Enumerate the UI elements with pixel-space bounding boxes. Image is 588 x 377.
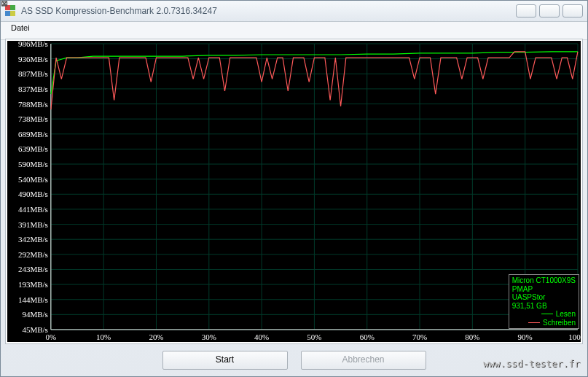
svg-text:441MB/s: 441MB/s bbox=[18, 205, 48, 214]
svg-text:887MB/s: 887MB/s bbox=[18, 69, 48, 78]
legend-write: Schreiben bbox=[512, 319, 576, 327]
svg-text:100%: 100% bbox=[568, 333, 581, 341]
svg-text:689MB/s: 689MB/s bbox=[18, 130, 48, 139]
svg-text:243MB/s: 243MB/s bbox=[18, 265, 48, 273]
svg-text:936MB/s: 936MB/s bbox=[18, 55, 48, 63]
svg-text:40%: 40% bbox=[254, 333, 269, 341]
svg-text:45MB/s: 45MB/s bbox=[22, 325, 47, 334]
svg-text:837MB/s: 837MB/s bbox=[18, 85, 48, 93]
legend-device: Micron CT1000X9S bbox=[512, 276, 576, 285]
svg-text:292MB/s: 292MB/s bbox=[18, 250, 48, 259]
chart-panel: 986MB/s936MB/s887MB/s837MB/s788MB/s738MB… bbox=[5, 39, 583, 344]
app-window: AS SSD Kompression-Benchmark 2.0.7316.34… bbox=[0, 0, 588, 377]
svg-text:540MB/s: 540MB/s bbox=[18, 175, 48, 184]
maximize-button[interactable] bbox=[539, 4, 560, 18]
svg-text:20%: 20% bbox=[149, 333, 163, 341]
titlebar: AS SSD Kompression-Benchmark 2.0.7316.34… bbox=[1, 1, 587, 22]
svg-text:0%: 0% bbox=[46, 333, 57, 341]
svg-text:788MB/s: 788MB/s bbox=[18, 100, 48, 109]
svg-text:30%: 30% bbox=[202, 333, 216, 341]
legend-controller: UASPStor bbox=[512, 293, 576, 302]
start-button[interactable]: Start bbox=[162, 351, 288, 370]
svg-text:590MB/s: 590MB/s bbox=[18, 160, 48, 168]
window-buttons bbox=[516, 4, 583, 18]
svg-text:94MB/s: 94MB/s bbox=[22, 310, 47, 319]
svg-text:490MB/s: 490MB/s bbox=[18, 190, 48, 198]
app-icon bbox=[5, 5, 17, 17]
watermark: www.ssd-tester.fr bbox=[483, 358, 580, 369]
svg-text:10%: 10% bbox=[96, 333, 111, 341]
svg-text:144MB/s: 144MB/s bbox=[18, 295, 48, 304]
svg-text:738MB/s: 738MB/s bbox=[18, 114, 48, 123]
svg-text:90%: 90% bbox=[518, 333, 533, 341]
svg-text:70%: 70% bbox=[412, 333, 427, 341]
svg-text:60%: 60% bbox=[360, 333, 375, 341]
minimize-button[interactable] bbox=[516, 4, 536, 18]
legend-pmap: PMAP bbox=[512, 285, 576, 294]
abort-button: Abbrechen bbox=[301, 351, 426, 370]
svg-text:50%: 50% bbox=[307, 333, 321, 341]
window-title: AS SSD Kompression-Benchmark 2.0.7316.34… bbox=[21, 6, 217, 16]
chart-svg: 986MB/s936MB/s887MB/s837MB/s788MB/s738MB… bbox=[7, 41, 581, 343]
legend-read: Lesen bbox=[512, 310, 576, 319]
legend-capacity: 931,51 GB bbox=[512, 302, 576, 311]
legend: Micron CT1000X9S PMAP UASPStor 931,51 GB… bbox=[509, 274, 579, 329]
chart: 986MB/s936MB/s887MB/s837MB/s788MB/s738MB… bbox=[7, 41, 581, 342]
svg-text:986MB/s: 986MB/s bbox=[18, 41, 48, 48]
svg-text:639MB/s: 639MB/s bbox=[18, 144, 48, 153]
menu-datei[interactable]: Datei bbox=[7, 22, 34, 34]
menubar: Datei bbox=[1, 22, 587, 40]
svg-text:80%: 80% bbox=[465, 333, 479, 341]
close-button[interactable] bbox=[562, 4, 583, 18]
svg-text:391MB/s: 391MB/s bbox=[18, 220, 48, 229]
svg-text:342MB/s: 342MB/s bbox=[18, 235, 48, 244]
svg-text:193MB/s: 193MB/s bbox=[18, 280, 48, 289]
